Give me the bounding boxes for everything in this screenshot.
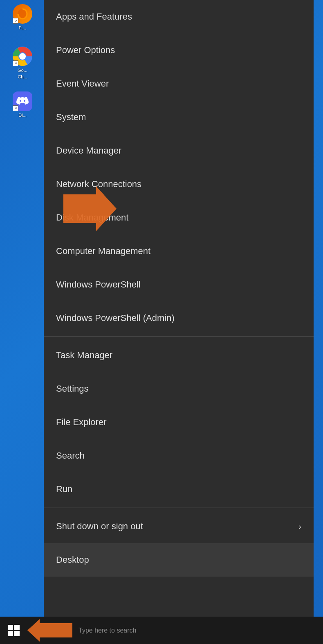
menu-item-disk-management[interactable]: Disk Management	[44, 201, 314, 234]
menu-item-task-manager[interactable]: Task Manager	[44, 339, 314, 372]
menu-item-computer-management[interactable]: Computer Management	[44, 234, 314, 268]
shortcut-arrow-discord: ↗	[13, 105, 18, 111]
firefox-icon[interactable]: ↗ Fi...	[6, 4, 39, 30]
menu-divider-2	[44, 508, 314, 508]
chrome-icon[interactable]: ↗ Go... Ch...	[6, 47, 39, 79]
menu-item-windows-powershell-admin[interactable]: Windows PowerShell (Admin)	[44, 301, 314, 335]
menu-item-event-viewer[interactable]: Event Viewer	[44, 67, 314, 100]
shortcut-arrow: ↗	[13, 18, 18, 24]
desktop: ↗ Fi... ↗ Go... Ch...	[0, 0, 323, 644]
menu-item-file-explorer[interactable]: File Explorer	[44, 406, 314, 439]
menu-item-network-connections[interactable]: Network Connections	[44, 167, 314, 201]
menu-item-search[interactable]: Search	[44, 439, 314, 472]
left-arrow-icon	[27, 619, 72, 642]
context-menu: Apps and Features Power Options Event Vi…	[44, 0, 314, 617]
chrome-label: Go...	[18, 68, 27, 73]
menu-item-device-manager[interactable]: Device Manager	[44, 134, 314, 167]
chevron-right-icon: ›	[298, 522, 301, 531]
taskbar-arrow-area	[27, 619, 72, 642]
svg-marker-5	[27, 619, 72, 642]
firefox-label: Fi...	[19, 25, 26, 30]
menu-item-settings[interactable]: Settings	[44, 372, 314, 406]
start-button[interactable]	[0, 617, 27, 644]
menu-item-system[interactable]: System	[44, 100, 314, 134]
discord-label: Di...	[18, 113, 27, 118]
menu-divider-1	[44, 336, 314, 337]
discord-icon[interactable]: ↗ Di...	[6, 91, 39, 118]
menu-item-windows-powershell[interactable]: Windows PowerShell	[44, 268, 314, 301]
menu-item-run[interactable]: Run	[44, 472, 314, 506]
taskbar: Type here to search	[0, 617, 323, 644]
menu-item-power-options[interactable]: Power Options	[44, 33, 314, 67]
windows-logo-icon	[8, 625, 20, 636]
taskbar-search-text: Type here to search	[79, 627, 136, 634]
shortcut-arrow-chrome: ↗	[13, 60, 18, 66]
desktop-icon-area: ↗ Fi... ↗ Go... Ch...	[0, 0, 45, 644]
chrome-label2: Ch...	[18, 74, 27, 79]
menu-item-shut-down[interactable]: Shut down or sign out ›	[44, 510, 314, 543]
menu-item-desktop[interactable]: Desktop	[44, 543, 314, 577]
menu-item-apps-features[interactable]: Apps and Features	[44, 0, 314, 33]
taskbar-search[interactable]: Type here to search	[72, 617, 323, 644]
svg-point-3	[19, 53, 26, 60]
